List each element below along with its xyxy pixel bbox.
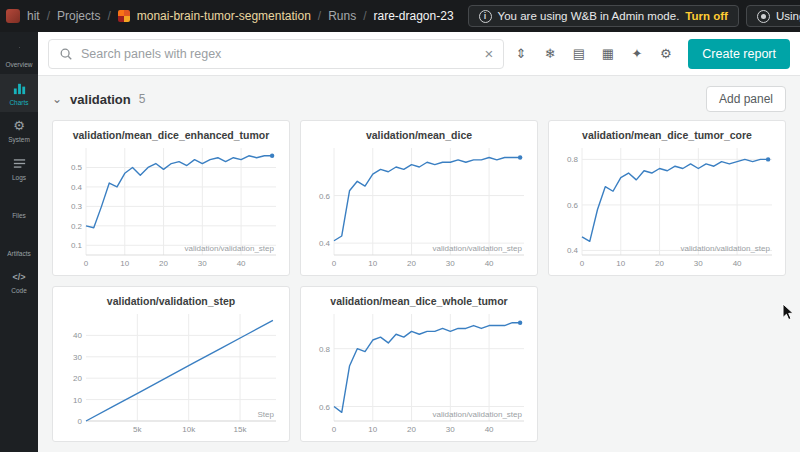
chart-panel[interactable]: validation/mean_dice_tumor_core 01020304…	[548, 120, 786, 276]
svg-text:40: 40	[73, 331, 82, 340]
chart-panel[interactable]: validation/mean_dice_whole_tumor 0102030…	[300, 286, 538, 442]
sidebar-item-files[interactable]: Files	[0, 187, 38, 225]
svg-text:10: 10	[616, 259, 625, 268]
svg-text:30: 30	[694, 259, 703, 268]
svg-text:0.8: 0.8	[567, 155, 579, 164]
code-icon: </>	[12, 270, 25, 284]
breadcrumb-project-name[interactable]: monai-brain-tumor-segmentation	[137, 9, 311, 23]
expand-panels-icon[interactable]: ⇕	[508, 41, 533, 67]
bar-chart-icon	[12, 81, 27, 96]
sidebar-item-label: Files	[12, 212, 26, 219]
svg-text:20: 20	[407, 259, 416, 268]
panel-search-box[interactable]: ×	[48, 39, 504, 69]
svg-text:40: 40	[485, 259, 494, 268]
svg-text:20: 20	[655, 259, 664, 268]
svg-text:0: 0	[78, 417, 83, 426]
sidebar-item-charts[interactable]: Charts	[0, 74, 38, 112]
search-input[interactable]	[81, 47, 477, 61]
sidebar-item-overview[interactable]: Overview	[0, 36, 38, 74]
info-icon: i	[479, 10, 492, 23]
panels-toolbar: × ⇕ ❄ ▤ ▦ ✦ ⚙ Create report	[38, 32, 800, 76]
add-panel-button[interactable]: Add panel	[706, 86, 786, 112]
svg-text:0: 0	[332, 425, 337, 434]
svg-text:0.3: 0.3	[71, 202, 83, 211]
svg-text:10: 10	[368, 425, 377, 434]
svg-text:0.2: 0.2	[71, 222, 83, 231]
panel-grouping-icon[interactable]: ▦	[595, 41, 620, 67]
chart-panel[interactable]: validation/mean_dice 0102030400.40.6vali…	[300, 120, 538, 276]
logs-list-icon	[12, 156, 27, 171]
chart-plot: 0102030400.10.20.30.40.5validation/valid…	[59, 142, 283, 270]
svg-text:0.8: 0.8	[319, 345, 331, 354]
sidebar-item-artifacts[interactable]: Artifacts	[0, 225, 38, 263]
sidebar-item-label: Charts	[9, 99, 28, 106]
admin-turn-off-button[interactable]: Turn off	[685, 10, 728, 22]
chart-title: validation/mean_dice_enhanced_tumor	[73, 129, 270, 141]
chart-panel[interactable]: validation/mean_dice_enhanced_tumor 0102…	[52, 120, 290, 276]
smoothing-icon[interactable]: ✦	[624, 41, 649, 67]
panels-grid: validation/mean_dice_enhanced_tumor 0102…	[38, 114, 800, 448]
svg-text:30: 30	[446, 259, 455, 268]
svg-text:10: 10	[368, 259, 377, 268]
svg-text:10k: 10k	[182, 425, 196, 434]
svg-text:10: 10	[120, 259, 129, 268]
svg-text:0.6: 0.6	[319, 403, 331, 412]
breadcrumb-separator: /	[107, 9, 110, 23]
svg-text:10: 10	[73, 396, 82, 405]
sidebar-item-label: Artifacts	[7, 250, 30, 257]
svg-text:20: 20	[159, 259, 168, 268]
chart-panel[interactable]: validation/validation_step 5k10k15k01020…	[52, 286, 290, 442]
sidebar-item-logs[interactable]: Logs	[0, 149, 38, 187]
chart-plot: 0102030400.40.6validation/validation_ste…	[307, 142, 531, 270]
chart-title: validation/mean_dice_whole_tumor	[330, 295, 507, 307]
svg-text:validation/validation_step: validation/validation_step	[681, 244, 771, 253]
svg-text:0.5: 0.5	[71, 163, 83, 172]
svg-text:Step: Step	[258, 410, 275, 419]
breadcrumb-run-name[interactable]: rare-dragon-23	[374, 9, 454, 23]
svg-text:0.4: 0.4	[567, 246, 579, 255]
sidebar-item-code[interactable]: </> Code	[0, 263, 38, 300]
chart-title: validation/mean_dice_tumor_core	[582, 129, 752, 141]
weave-logo-icon	[757, 10, 770, 23]
artifacts-box-icon	[12, 232, 27, 247]
overview-info-icon	[12, 43, 27, 58]
create-report-button[interactable]: Create report	[688, 39, 790, 69]
chevron-down-icon[interactable]: ⌄	[52, 93, 62, 105]
svg-text:0: 0	[84, 259, 89, 268]
gear-icon: ⚙	[13, 119, 25, 133]
svg-text:validation/validation_step: validation/validation_step	[433, 410, 523, 419]
admin-mode-banner: i You are using W&B in Admin mode. Turn …	[468, 5, 739, 27]
svg-text:40: 40	[237, 259, 246, 268]
svg-text:30: 30	[446, 425, 455, 434]
wandb-run-page: hit / Projects / monai-brain-tumor-segme…	[0, 0, 800, 452]
project-icon	[118, 10, 130, 22]
admin-banner-text: You are using W&B in Admin mode.	[498, 10, 680, 22]
chart-title: validation/mean_dice	[366, 129, 472, 141]
sidebar-item-label: Logs	[12, 174, 26, 181]
x-axis-settings-icon[interactable]: ▤	[566, 41, 591, 67]
sidebar-item-system[interactable]: ⚙ System	[0, 112, 38, 149]
sidebar-item-label: Overview	[5, 61, 32, 68]
breadcrumb-user[interactable]: hit	[27, 9, 40, 23]
svg-text:0: 0	[580, 259, 585, 268]
svg-text:40: 40	[733, 259, 742, 268]
svg-text:0.4: 0.4	[71, 183, 83, 192]
section-panel-count: 5	[139, 92, 146, 106]
sidebar-item-label: Code	[11, 287, 27, 294]
svg-text:0.6: 0.6	[567, 201, 579, 210]
svg-text:30: 30	[198, 259, 207, 268]
chart-title: validation/validation_step	[107, 295, 235, 307]
clear-search-icon[interactable]: ×	[485, 46, 494, 61]
panel-settings-gear-icon[interactable]: ⚙	[653, 41, 678, 67]
svg-text:20: 20	[407, 425, 416, 434]
section-title[interactable]: validation	[70, 92, 131, 107]
svg-text:0.6: 0.6	[319, 192, 331, 201]
top-navbar: hit / Projects / monai-brain-tumor-segme…	[0, 0, 800, 32]
svg-text:15k: 15k	[234, 425, 248, 434]
freeze-panels-icon[interactable]: ❄	[537, 41, 562, 67]
weave-banner: Using Weave 1.0 Turn off	[746, 5, 800, 27]
user-avatar[interactable]	[6, 9, 20, 23]
breadcrumb-projects[interactable]: Projects	[57, 9, 100, 23]
breadcrumb-runs[interactable]: Runs	[328, 9, 356, 23]
svg-text:0.4: 0.4	[319, 239, 331, 248]
